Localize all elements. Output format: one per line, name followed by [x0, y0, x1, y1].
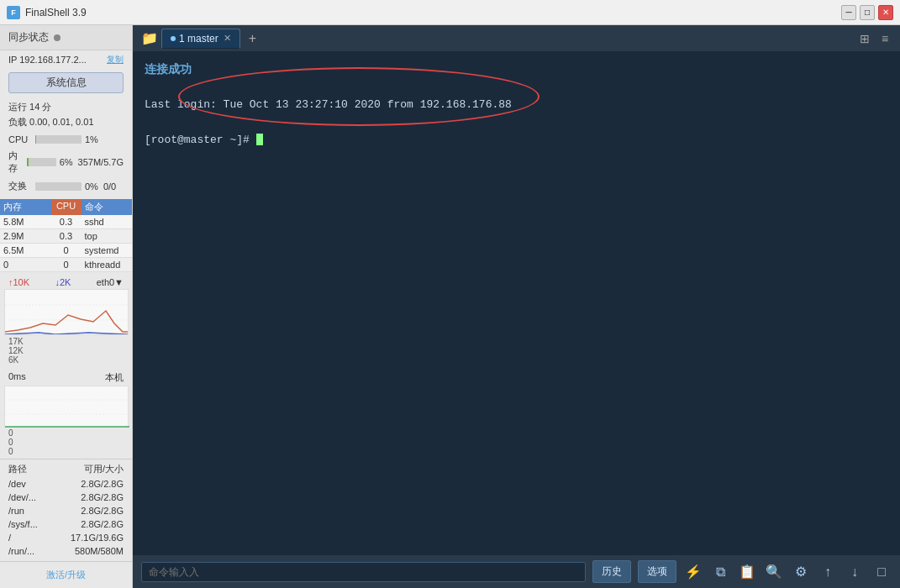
disk-path: /: [8, 533, 55, 543]
lightning-icon[interactable]: ⚡: [683, 562, 703, 582]
net-interface[interactable]: eth0▼: [97, 277, 124, 287]
disk-size: 2.8G/2.8G: [81, 519, 124, 529]
command-bar: 历史 选项 ⚡ ⧉ 📋 🔍 ⚙ ↑ ↓ □: [133, 554, 900, 588]
load-label: 负载 0.00, 0.01, 0.01: [8, 115, 124, 130]
sidebar: 同步状态 IP 192.168.177.2... 复制 系统信息 运行 14 分…: [0, 25, 133, 588]
disk-path: /dev: [8, 479, 55, 489]
cpu-bar-fill: [35, 135, 36, 144]
ip-label: IP 192.168.177.2...: [8, 55, 87, 65]
swap-label: 交换: [8, 180, 32, 192]
swap-metric: 交换 0% 0/0: [0, 178, 132, 194]
disk-header-path: 路径: [8, 463, 27, 475]
sync-label: 同步状态: [8, 30, 49, 45]
proc-header-cmd: 命令: [82, 199, 133, 215]
copy-button[interactable]: 复制: [107, 54, 124, 66]
scroll-up-icon[interactable]: ↑: [818, 562, 838, 582]
cpu-metric: CPU 1%: [0, 133, 132, 146]
proc-row: 2.9M 0.3 top: [0, 229, 132, 244]
mem-label: 内存: [8, 150, 24, 175]
proc-header-mem: 内存: [0, 199, 51, 215]
tab-view-controls: ⊞ ≡: [856, 30, 893, 47]
net-down-label: ↓2K: [55, 277, 71, 287]
proc-row: 5.8M 0.3 sshd: [0, 215, 132, 229]
proc-row: 6.5M 0 systemd: [0, 244, 132, 258]
proc-mem: 0: [0, 258, 51, 271]
list-view-button[interactable]: ≡: [876, 30, 893, 47]
runtime-info: 运行 14 分 负载 0.00, 0.01, 0.01: [0, 97, 132, 133]
maximize-button[interactable]: □: [860, 5, 875, 20]
folder-icon[interactable]: 📁: [139, 29, 160, 49]
proc-header: 内存 CPU 命令: [0, 199, 132, 215]
tab-dot-icon: [171, 36, 176, 41]
proc-row: 0 0 kthreadd: [0, 258, 132, 272]
mem-bar-fill: [27, 158, 29, 166]
proc-mem: 2.9M: [0, 229, 51, 243]
prompt-text: [root@master ~]#: [145, 134, 250, 146]
runtime-label: 运行 14 分: [8, 100, 124, 115]
ping-section: 0ms 本机 0 0 0: [0, 368, 132, 459]
terminal-content: 连接成功 Last login: Tue Oct 13 23:27:10 202…: [145, 60, 888, 150]
connect-message: 连接成功: [145, 60, 888, 79]
disk-path: /run/...: [8, 546, 55, 556]
history-button[interactable]: 历史: [592, 560, 631, 583]
mem-value: 357M/5.7G: [78, 157, 124, 167]
copy-screen-icon[interactable]: ⧉: [710, 562, 730, 582]
activate-button[interactable]: 激活/升级: [0, 561, 132, 588]
add-tab-button[interactable]: +: [242, 28, 263, 50]
proc-rows: 5.8M 0.3 sshd 2.9M 0.3 top 6.5M 0 system…: [0, 215, 132, 272]
minimize-button[interactable]: ─: [841, 5, 856, 20]
proc-cmd: systemd: [82, 244, 133, 257]
ping-label: 0ms: [8, 371, 26, 384]
proc-cmd: sshd: [82, 215, 133, 228]
net-header: ↑10K ↓2K eth0▼: [0, 276, 132, 289]
scroll-down-icon[interactable]: ↓: [845, 562, 865, 582]
right-panel: 📁 1 master ✕ + ⊞ ≡ 连接成功 Last login: Tue …: [133, 25, 900, 588]
proc-cmd: kthreadd: [82, 258, 133, 271]
swap-bar-label: 0%: [85, 181, 98, 192]
settings-icon[interactable]: ⚙: [791, 562, 811, 582]
tab-master[interactable]: 1 master ✕: [161, 29, 240, 49]
prompt-line: [root@master ~]#: [145, 132, 888, 150]
find-icon[interactable]: 🔍: [764, 562, 784, 582]
sysinfo-button[interactable]: 系统信息: [8, 72, 124, 93]
tab-label: 1 master: [179, 33, 218, 45]
swap-bar: [35, 182, 82, 191]
proc-header-cpu: CPU: [51, 199, 82, 215]
disk-path: /dev/...: [8, 492, 55, 502]
mem-bar: [27, 158, 56, 166]
disk-header: 路径 可用/大小: [0, 459, 132, 477]
disk-row: / 17.1G/19.6G: [0, 531, 132, 544]
disk-size: 17.1G/19.6G: [71, 533, 124, 543]
tab-bar: 📁 1 master ✕ + ⊞ ≡: [133, 25, 900, 52]
cpu-value: 1%: [85, 134, 98, 144]
net-graph: [4, 289, 129, 335]
proc-mem: 6.5M: [0, 244, 51, 257]
login-line: Last login: Tue Oct 13 23:27:10 2020 fro…: [145, 97, 888, 114]
proc-mem: 5.8M: [0, 215, 51, 228]
terminal[interactable]: 连接成功 Last login: Tue Oct 13 23:27:10 202…: [133, 52, 900, 554]
grid-view-button[interactable]: ⊞: [856, 30, 873, 47]
proc-cmd: top: [82, 229, 133, 243]
disk-row: /run/... 580M/580M: [0, 544, 132, 558]
select-button[interactable]: 选项: [638, 560, 676, 583]
network-section: ↑10K ↓2K eth0▼ 17K 12K 6K: [0, 272, 132, 368]
disk-section: 路径 可用/大小 /dev 2.8G/2.8G /dev/... 2.8G/2.…: [0, 459, 132, 561]
mem-bar-label: 6%: [60, 157, 73, 167]
disk-path: /run: [8, 506, 55, 516]
disk-size: 2.8G/2.8G: [81, 479, 124, 489]
ping-labels: 0 0 0: [0, 428, 132, 457]
disk-header-size: 可用/大小: [84, 463, 124, 475]
close-button[interactable]: ✕: [878, 5, 893, 20]
disk-size: 2.8G/2.8G: [81, 492, 124, 502]
main-layout: 同步状态 IP 192.168.177.2... 复制 系统信息 运行 14 分…: [0, 25, 900, 588]
window-icon[interactable]: □: [871, 562, 892, 582]
paste-icon[interactable]: 📋: [737, 562, 757, 582]
app-logo: F: [7, 6, 20, 19]
sync-status: 同步状态: [0, 25, 132, 50]
disk-row: /run 2.8G/2.8G: [0, 504, 132, 517]
command-input[interactable]: [141, 562, 586, 582]
disk-size: 580M/580M: [75, 546, 124, 556]
proc-cpu: 0: [51, 258, 82, 271]
title-bar: F FinalShell 3.9 ─ □ ✕: [0, 0, 900, 25]
tab-close-icon[interactable]: ✕: [224, 33, 231, 44]
